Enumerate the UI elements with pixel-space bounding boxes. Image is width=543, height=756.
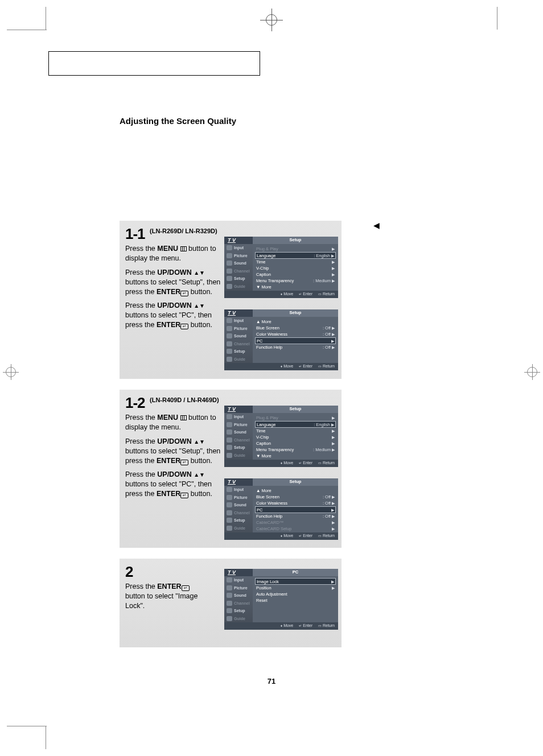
up-down-icon: ▲▼ [194,302,205,310]
enter-icon [180,291,188,296]
section-title: Adjusting the Screen Quality [120,116,236,126]
step-body: Press the MENU button to display the men… [125,244,222,330]
enter-icon [180,460,188,465]
back-arrow-icon: ◀ [373,221,380,230]
enter-icon [180,324,188,329]
menu-icon [180,415,187,420]
title-box [48,51,260,76]
crop-corner [497,7,497,30]
enter-icon [180,493,188,498]
step-2: 2 Press the ENTER button to select "Imag… [120,559,342,647]
menu-icon [180,246,187,251]
registration-mark-right [524,364,540,380]
step-body: Press the ENTER button to select "Image … [125,582,211,611]
osd-pc-menu: T VPC Input Picture Sound Channel Setup … [224,569,338,630]
step-body: Press the MENU button to display the men… [125,413,222,499]
osd-setup-pc: T VSetup Input Picture Sound Channel Set… [224,309,338,370]
step-number: 1-1 [125,225,145,243]
osd-setup-top: T VSetup Input Picture Sound Channel Set… [224,237,338,298]
crop-corner [7,726,47,726]
step-number: 2 [125,563,133,581]
model-label: (LN-R269D/ LN-R329D) [150,228,217,234]
crop-corner [7,30,47,30]
model-label: (LN-R409D / LN-R469D) [150,396,219,403]
page-number: 71 [268,677,275,685]
crop-corner [46,7,46,30]
osd-setup-pc-ext: T VSetup Input Picture Sound Channel Set… [224,478,338,540]
up-down-icon: ▲▼ [194,471,205,479]
up-down-icon: ▲▼ [194,269,205,277]
step-1-1: 1-1 (LN-R269D/ LN-R329D) Press the MENU … [120,221,342,379]
enter-icon [182,585,190,591]
up-down-icon: ▲▼ [194,438,205,446]
crop-mark-top [260,9,283,31]
osd-setup-top: T VSetup Input Picture Sound Channel Set… [224,406,338,467]
crop-corner [46,726,46,749]
step-number: 1-2 [125,394,145,412]
registration-mark-left [3,364,19,380]
step-1-2: 1-2 (LN-R409D / LN-R469D) Press the MENU… [120,390,342,548]
